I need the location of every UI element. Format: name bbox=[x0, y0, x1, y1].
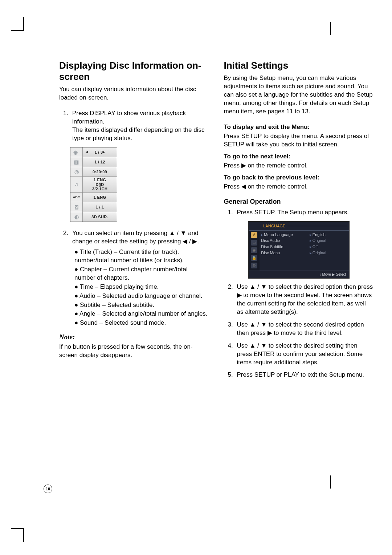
crop-mark bbox=[11, 30, 24, 31]
menu-item-disc-menu: Disc Menu bbox=[261, 250, 306, 256]
menu-value-original2: Original bbox=[313, 251, 326, 255]
note-body: If no button is pressed for a few second… bbox=[59, 343, 209, 360]
setup-menu-screenshot: LANGUAGE A ▭ ◉ 🔒 ⚙ ▸Menu Language Disc A… bbox=[248, 221, 350, 279]
subtitle-icon: ABC bbox=[70, 193, 83, 202]
osd-subtitle-value: 1 ENG bbox=[83, 193, 117, 202]
subhead-display-exit: To display and exit the Menu: bbox=[224, 123, 374, 131]
crop-mark bbox=[11, 528, 24, 529]
setup-menu-title: LANGUAGE bbox=[249, 222, 349, 231]
crop-mark bbox=[23, 17, 24, 30]
genop-step-3: Use ▲ / ▼ to select the second desired o… bbox=[235, 321, 374, 337]
osd-audio-line2: D▯D bbox=[96, 182, 104, 187]
osd-audio-line1: 1 ENG bbox=[94, 178, 106, 182]
genop-step-1: Press SETUP. The Setup menu appears. bbox=[235, 208, 374, 217]
bullet-subtitle: Subtitle – Selected subtitle. bbox=[74, 301, 209, 309]
right-column: Initial Settings By using the Setup menu… bbox=[224, 60, 374, 384]
subhead-prev-level: To go back to the previous level: bbox=[224, 174, 374, 182]
bullet-angle: Angle – Selected angle/total number of a… bbox=[74, 310, 209, 318]
setup-menu-items: ▸Menu Language Disc Audio Disc Subtitle … bbox=[260, 231, 308, 271]
note-heading: Note: bbox=[59, 332, 209, 342]
genop-step-5: Press SETUP or PLAY to exit the Setup me… bbox=[235, 371, 374, 379]
osd-angle-value: 1 / 1 bbox=[83, 202, 117, 212]
osd-sound-value: 3D SUR. bbox=[83, 212, 117, 222]
crop-mark bbox=[23, 529, 24, 542]
osd-audio-value: 1 ENG D▯D 3/2.1CH bbox=[83, 177, 117, 192]
genop-step-4: Use ▲ / ▼ to select the desired setting … bbox=[235, 342, 374, 367]
menu-item-menu-language: Menu Language bbox=[264, 232, 293, 237]
intro-text: You can display various information abou… bbox=[59, 85, 209, 102]
audio-tab-icon: ◉ bbox=[251, 247, 257, 253]
subbody-prev-level: Press ◀ on the remote control. bbox=[224, 183, 374, 191]
chapter-icon: ▥ bbox=[70, 157, 83, 167]
lock-tab-icon: 🔒 bbox=[251, 255, 257, 261]
osd-time-value: 0:20:09 bbox=[83, 167, 117, 177]
osd-chapter-value: 1 / 12 bbox=[83, 157, 117, 167]
genop-step-2: Use ▲ / ▼ to select the desired option t… bbox=[235, 283, 374, 316]
step-2: You can select an item by pressing ▲ / ▼… bbox=[70, 229, 209, 327]
osd-title-value: 1 / 3 bbox=[83, 147, 117, 157]
heading-general-operation: General Operation bbox=[224, 197, 374, 206]
heading-initial-settings: Initial Settings bbox=[224, 60, 374, 71]
page-number: 10 bbox=[44, 485, 52, 493]
audio-icon: ♫ bbox=[70, 177, 83, 192]
subbody-next-level: Press ▶ on the remote control. bbox=[224, 162, 374, 170]
subhead-next-level: To go to the next level: bbox=[224, 153, 374, 161]
step-1-line-1: Press DISPLAY to show various playback i… bbox=[72, 110, 186, 125]
step-1: Press DISPLAY to show various playback i… bbox=[70, 109, 209, 143]
item-descriptions: Title (Track) – Current title (or track)… bbox=[74, 248, 209, 327]
osd-audio-line3: 3/2.1CH bbox=[92, 187, 107, 191]
subbody-display-exit: Press SETUP to display the menu. A secon… bbox=[224, 132, 374, 149]
language-tab-icon: A bbox=[251, 232, 257, 238]
page-content: Displaying Disc Information on-screen Yo… bbox=[0, 0, 392, 384]
bullet-chapter: Chapter – Current chapter number/total n… bbox=[74, 266, 209, 282]
bullet-time: Time – Elapsed playing time. bbox=[74, 283, 209, 291]
menu-item-disc-audio: Disc Audio bbox=[261, 238, 306, 244]
crop-mark bbox=[330, 22, 331, 35]
setup-menu-footer: ↕ Move ▶ Select bbox=[249, 271, 349, 278]
step-1-line-2: The items displayed differ depending on … bbox=[72, 126, 204, 142]
bullet-audio: Audio – Selected audio language or chann… bbox=[74, 292, 209, 300]
crop-mark bbox=[330, 475, 331, 489]
bullet-title: Title (Track) – Current title (or track)… bbox=[74, 248, 209, 265]
sound-icon: ◐ bbox=[70, 212, 83, 222]
angle-icon: ⌼ bbox=[70, 202, 83, 212]
osd-display-graphic: ◉ 1 / 3 ▥ 1 / 12 ◔ 0:20:09 ♫ 1 ENG D▯D 3… bbox=[70, 147, 117, 222]
clock-icon: ◔ bbox=[70, 167, 83, 177]
display-tab-icon: ▭ bbox=[251, 240, 257, 246]
menu-value-original1: Original bbox=[313, 238, 326, 243]
disc-icon: ◉ bbox=[70, 147, 83, 157]
bullet-sound: Sound – Selected sound mode. bbox=[74, 319, 209, 327]
left-column: Displaying Disc Information on-screen Yo… bbox=[59, 60, 209, 384]
initial-settings-intro: By using the Setup menu, you can make va… bbox=[224, 74, 374, 116]
menu-value-english: English bbox=[313, 232, 326, 237]
step-2-lead: You can select an item by pressing ▲ / ▼… bbox=[72, 230, 199, 245]
setup-menu-values: ▸English ▸Original ▸Off ▸Original bbox=[308, 231, 349, 271]
others-tab-icon: ⚙ bbox=[251, 263, 257, 268]
setup-category-icons: A ▭ ◉ 🔒 ⚙ bbox=[249, 231, 260, 271]
menu-item-disc-subtitle: Disc Subtitle bbox=[261, 244, 306, 250]
menu-value-off: Off bbox=[313, 244, 318, 249]
heading-display-disc-info: Displaying Disc Information on-screen bbox=[59, 60, 209, 82]
